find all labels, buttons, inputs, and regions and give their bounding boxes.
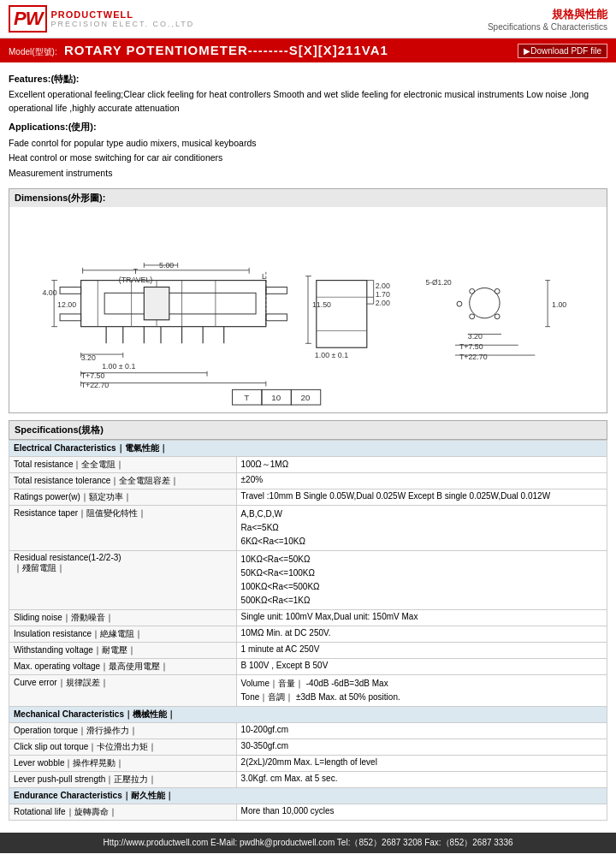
app-line-3: Measurement instruments (9, 166, 607, 181)
spec-value: 10MΩ Min. at DC 250V. (236, 626, 607, 643)
spec-label: Sliding noise｜滑動噪音｜ (9, 610, 237, 626)
specs-section: Specifications(規格) Electrical Characteri… (9, 420, 607, 821)
company-name: PRODUCTWELL (50, 9, 194, 20)
footer-text: Http://www.productwell.com E-Mail: pwdhk… (103, 838, 512, 847)
svg-rect-52 (317, 281, 367, 348)
spec-label: Withstanding voltage｜耐電壓｜ (9, 643, 237, 659)
spec-value: Travel :10mm B Single 0.05W,Dual 0.025W … (236, 489, 607, 506)
svg-text:1.00: 1.00 (552, 300, 566, 309)
app-line-2: Heat control or mose switching for car a… (9, 151, 607, 166)
svg-point-64 (470, 314, 475, 319)
specs-header: Specifications(規格) (9, 420, 607, 440)
svg-rect-7 (144, 287, 169, 319)
logo-text-group: PRODUCTWELL PRECISION ELECT. CO.,LTD (50, 9, 194, 28)
specs-table: Electrical Characteristics｜電氣性能｜ Total r… (9, 440, 607, 821)
spec-value: 10-200gf.cm (236, 723, 607, 739)
svg-rect-15 (60, 287, 81, 294)
svg-text:12.00: 12.00 (57, 300, 76, 309)
svg-rect-16 (60, 314, 81, 321)
svg-text:11.50: 11.50 (312, 300, 331, 309)
spec-label: Resistance taper｜阻值變化特性｜ (9, 506, 237, 551)
page-header: PW PRODUCTWELL PRECISION ELECT. CO.,LTD … (0, 0, 616, 39)
svg-point-68 (457, 301, 462, 306)
svg-text:1.00 ± 0.1: 1.00 ± 0.1 (315, 351, 348, 359)
svg-text:1.00 ± 0.1: 1.00 ± 0.1 (102, 362, 135, 371)
mechanical-header-row: Mechanical Characteristics｜機械性能｜ (9, 707, 607, 723)
spec-label: Total resistance｜全全電阻｜ (9, 457, 237, 473)
spec-value: B 100V , Except B 50V (236, 659, 607, 675)
logo: PW PRODUCTWELL PRECISION ELECT. CO.,LTD (9, 5, 194, 33)
table-row: Total resistance｜全全電阻｜ 100Ω～1MΩ (9, 457, 607, 473)
dimensions-svg: T (TRAVEL) 5.00 3.20 1.00 ± 0.1 T+7.50 (14, 211, 602, 408)
spec-label: Lever push-pull strength｜正壓拉力｜ (9, 772, 237, 788)
spec-label: Ratings power(w)｜額定功率｜ (9, 489, 237, 506)
svg-rect-0 (81, 281, 266, 327)
features-text: Excellent operational feeling;Clear clic… (9, 88, 607, 116)
svg-rect-6 (104, 293, 256, 314)
endurance-header-row: Endurance Characteristics｜耐久性能｜ (9, 788, 607, 804)
endurance-header-cell: Endurance Characteristics｜耐久性能｜ (9, 788, 607, 804)
main-content: Features:(特點): Excellent operational fee… (0, 62, 616, 826)
pdf-download-link[interactable]: ▶Download PDF file (518, 44, 607, 58)
table-row: Operation torque｜滑行操作力｜ 10-200gf.cm (9, 723, 607, 739)
spec-label: Click slip out torque｜卡位滑出力矩｜ (9, 739, 237, 756)
app-line-1: Fade conrtol for popular type audio mixe… (9, 136, 607, 151)
svg-text:1.70: 1.70 (376, 290, 390, 299)
table-row: Click slip out torque｜卡位滑出力矩｜ 30-350gf.c… (9, 739, 607, 756)
svg-point-66 (470, 288, 475, 294)
spec-value: 1 minute at AC 250V (236, 643, 607, 659)
table-row: Residual resistance(1-2/2-3) ｜殘留電阻｜ 10KΩ… (9, 551, 607, 610)
applications-title: Applications:(使用): (9, 121, 607, 133)
spec-label: Total resistance tolerance｜全全電阻容差｜ (9, 473, 237, 489)
svg-rect-18 (266, 314, 287, 321)
svg-text:T+22.70: T+22.70 (81, 381, 110, 389)
model-label: Model(型號): (9, 47, 57, 56)
table-row: Lever wobble｜操作桿晃動｜ 2(2xL)/20mm Max. L=l… (9, 756, 607, 772)
model-info: Model(型號): ROTARY POTENTIOMETER--------S… (9, 43, 388, 58)
spec-value: More than 10,000 cycles (236, 804, 607, 821)
spec-label: Residual resistance(1-2/2-3) ｜殘留電阻｜ (9, 551, 237, 610)
table-row: Ratings power(w)｜額定功率｜ Travel :10mm B Si… (9, 489, 607, 506)
svg-text:2.00: 2.00 (376, 282, 390, 290)
spec-value: Single unit: 100mV Max,Dual unit: 150mV … (236, 610, 607, 626)
header-right: 規格與性能 Specifications & Characteristics (488, 7, 607, 32)
spec-value: ±20% (236, 473, 607, 489)
spec-value: 30-350gf.cm (236, 739, 607, 756)
spec-label: Curve error｜規律誤差｜ (9, 675, 237, 707)
spec-value: A,B,C,D,W Ra<=5KΩ 6KΩ<Ra<=10KΩ (236, 506, 607, 551)
features-title: Features:(特點): (9, 73, 607, 86)
company-sub: PRECISION ELECT. CO.,LTD (50, 20, 194, 28)
svg-rect-17 (266, 287, 287, 294)
logo-letters: PW (9, 5, 47, 33)
table-row: Curve error｜規律誤差｜ Volume｜音量｜ -40dB -6dB=… (9, 675, 607, 707)
svg-text:T+22.70: T+22.70 (459, 353, 488, 361)
electrical-header-cell: Electrical Characteristics｜電氣性能｜ (9, 441, 607, 457)
svg-point-65 (495, 314, 500, 319)
svg-text:3.20: 3.20 (468, 332, 483, 341)
spec-label: Lever wobble｜操作桿晃動｜ (9, 756, 237, 772)
table-row: Lever push-pull strength｜正壓拉力｜ 3.0Kgf. c… (9, 772, 607, 788)
svg-text:5-Ø1.20: 5-Ø1.20 (426, 278, 453, 287)
spec-value: Volume｜音量｜ -40dB -6dB=3dB Max Tone｜音調｜ ±… (236, 675, 607, 707)
svg-text:T: T (244, 393, 249, 402)
model-name: ROTARY POTENTIOMETER--------S[X][X]211VA… (64, 43, 388, 57)
svg-text:20: 20 (301, 393, 311, 402)
spec-title: 規格與性能 (488, 7, 607, 22)
spec-label: Operation torque｜滑行操作力｜ (9, 723, 237, 739)
mechanical-header-cell: Mechanical Characteristics｜機械性能｜ (9, 707, 607, 723)
dimensions-title: Dimensions(外形圖): (9, 189, 607, 207)
model-bar: Model(型號): ROTARY POTENTIOMETER--------S… (0, 39, 616, 62)
table-row: Insulation resistance｜絶緣電阻｜ 10MΩ Min. at… (9, 626, 607, 643)
page-footer: Http://www.productwell.com E-Mail: pwdhk… (0, 833, 616, 853)
svg-text:2.00: 2.00 (376, 299, 390, 307)
table-row: Total resistance tolerance｜全全電阻容差｜ ±20% (9, 473, 607, 489)
svg-point-67 (495, 288, 500, 294)
svg-text:(TRAVEL): (TRAVEL) (119, 276, 153, 284)
table-row: Max. operating voltage｜最高使用電壓｜ B 100V , … (9, 659, 607, 675)
table-row: Sliding noise｜滑動噪音｜ Single unit: 100mV M… (9, 610, 607, 626)
applications-text: Fade conrtol for popular type audio mixe… (9, 136, 607, 182)
table-row: Resistance taper｜阻值變化特性｜ A,B,C,D,W Ra<=5… (9, 506, 607, 551)
svg-text:10: 10 (271, 393, 281, 402)
spec-value: 100Ω～1MΩ (236, 457, 607, 473)
spec-label: Max. operating voltage｜最高使用電壓｜ (9, 659, 237, 675)
